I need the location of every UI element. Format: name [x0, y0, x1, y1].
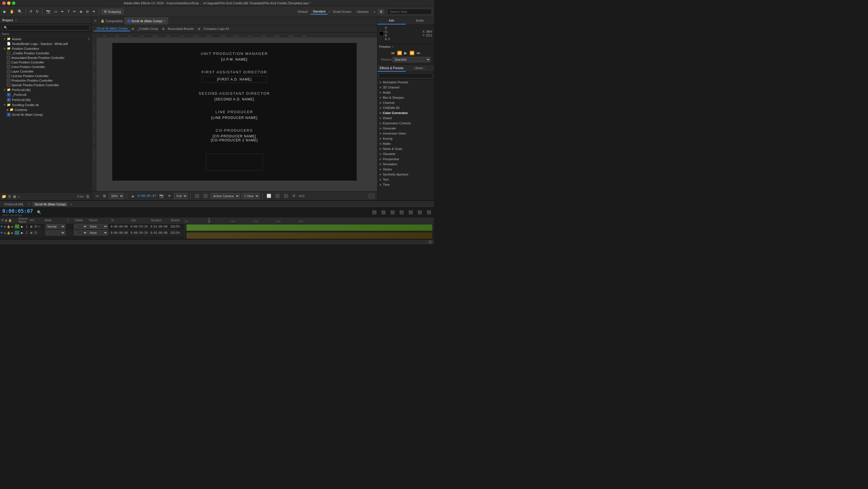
view-select[interactable]: 1 View: [242, 193, 259, 199]
tree-item-scroll4k-main[interactable]: C Scroll 4k (Main Comp): [0, 112, 91, 117]
search-help-input[interactable]: [388, 9, 432, 15]
tl-icon-btn2[interactable]: ⬛: [380, 210, 386, 215]
skip-to-start-btn[interactable]: ⏮: [390, 50, 395, 56]
tree-item-prescroll-comp[interactable]: C _PreScroll: [0, 92, 91, 97]
eff-matte[interactable]: ▶ Matte: [377, 141, 434, 146]
tl-icon-btn5[interactable]: ⬛: [408, 210, 413, 215]
workspace-standard[interactable]: Standard: [310, 9, 328, 15]
forward-arrow[interactable]: ◀: [161, 26, 164, 31]
libraries-tab[interactable]: Librari...: [406, 65, 434, 72]
eff-distort[interactable]: ▶ Distort: [377, 115, 434, 121]
tree-item-production-pos[interactable]: Production Position Controller: [0, 78, 91, 83]
eff-color-correction[interactable]: ▶ Color Correction: [377, 110, 434, 115]
viewer-exposure-btn[interactable]: ☀: [166, 193, 172, 199]
layer2-switch-1[interactable]: ⬛: [34, 231, 37, 234]
snapping-toggle[interactable]: ⊞ Snapping: [101, 9, 124, 14]
eff-perspective[interactable]: ▶ Perspective: [377, 156, 434, 162]
tree-item-credits-pos-ctrl[interactable]: _Credits Position Controller: [0, 51, 91, 55]
comp-close-icon[interactable]: ✕: [92, 17, 99, 25]
minimize-button[interactable]: [7, 1, 10, 5]
audio-tab[interactable]: Audio: [406, 17, 434, 25]
tl-icon-btn3[interactable]: ⬛: [390, 210, 395, 215]
project-menu-icon[interactable]: ≡: [15, 19, 17, 22]
effects-search-input[interactable]: [379, 73, 433, 78]
tree-item-studiobinder-logo[interactable]: 📄 StudioBinder Logo - Stacked - White.pd…: [0, 41, 91, 46]
new-comp-btn[interactable]: ⊞: [8, 194, 11, 199]
eff-channel[interactable]: ▶ Channel: [377, 100, 434, 105]
viewer-tab-credits[interactable]: _Credits Comp: [134, 26, 161, 31]
timeline-tab-prescroll[interactable]: PreScroll [4k]: [2, 202, 25, 206]
eff-stylize[interactable]: ▶ Stylize: [377, 167, 434, 172]
eff-animation-presets[interactable]: ▶ Animation Presets: [377, 80, 434, 85]
back-arrow[interactable]: ◀: [131, 26, 134, 31]
project-search-input[interactable]: [2, 25, 90, 30]
tree-item-position-controllers[interactable]: ▼ 📁 Position Controllers: [0, 46, 91, 51]
tree-item-scrolling-credits[interactable]: ▼ 📁 Scrolling Credits 4k: [0, 103, 91, 107]
timecode-display[interactable]: 0:00:05:07: [2, 208, 33, 214]
workspace-libraries[interactable]: Libraries: [354, 9, 371, 14]
search-btn[interactable]: ⌕: [18, 194, 20, 199]
layer1-fx-switch[interactable]: ƒx: [38, 225, 41, 228]
viewer-output-btn[interactable]: ⬜: [266, 193, 272, 199]
viewer-snapshot-btn[interactable]: 📷: [158, 193, 165, 199]
tl-layer-row-1[interactable]: 👁 ◉ 🔒 ▶ ▶ 1 ⊞ Layer Controller ⬛ ƒx Norm…: [0, 224, 184, 230]
eff-expression-controls[interactable]: ▶ Expression Controls: [377, 121, 434, 126]
layer1-solo[interactable]: ◉: [3, 225, 7, 228]
tree-item-layer-ctrl[interactable]: Layer Controller: [0, 69, 91, 74]
tl-track-bar-1[interactable]: [186, 225, 432, 231]
eff-immersive-video[interactable]: ▶ Immersive Video: [377, 131, 434, 136]
viewer-fast-next-btn[interactable]: ⬛: [202, 193, 209, 199]
new-folder-btn[interactable]: 📁: [2, 194, 6, 199]
puppet-tool[interactable]: ✦: [91, 9, 97, 14]
layer1-mode-select[interactable]: Normal: [45, 224, 65, 229]
workspace-default[interactable]: Default: [295, 9, 310, 14]
layer1-trkmat-select[interactable]: -: [74, 224, 88, 229]
comp-tab-scroll4k[interactable]: Scroll 4k (Main Comp) ≡: [124, 17, 168, 25]
eff-generate[interactable]: ▶ Generate: [377, 126, 434, 131]
viewer-tab-brands[interactable]: Associated Brands: [165, 26, 197, 31]
rect-tool[interactable]: ▭: [53, 9, 59, 14]
tree-item-associated-brands-pos[interactable]: Associated Brands Positioin Controller: [0, 55, 91, 60]
eff-noise-grain[interactable]: ▶ Noise & Grain: [377, 146, 434, 151]
info-tab[interactable]: Info: [377, 17, 406, 25]
layer2-trkmat-select[interactable]: -: [74, 230, 88, 235]
redo-tool[interactable]: ↻: [35, 9, 40, 14]
tab-scroll4k-close[interactable]: ≡: [163, 19, 165, 23]
clone-tool[interactable]: ◈: [79, 9, 84, 14]
eraser-tool[interactable]: ⊘: [85, 9, 90, 14]
viewer-pixel-btn[interactable]: ⬛: [274, 193, 281, 199]
viewer-grid-btn[interactable]: ⊞: [102, 193, 107, 199]
tree-item-special-thanks-pos[interactable]: Special Thanks Position Controller: [0, 83, 91, 87]
layer1-switch-1[interactable]: ⬛: [34, 225, 37, 228]
eff-keying[interactable]: ▶ Keying: [377, 136, 434, 141]
viewer-checkerboard-btn[interactable]: ⬛: [282, 193, 289, 199]
viewer-tab-scroll4k[interactable]: Scroll 4k (Main Comp): [94, 26, 130, 31]
tl-icon-btn1[interactable]: ⬛: [371, 210, 377, 215]
layer1-visibility[interactable]: 👁: [0, 225, 3, 228]
tl-search-btn[interactable]: 🔍: [36, 210, 42, 215]
maximize-button[interactable]: [12, 1, 16, 5]
viewer-expand-btn[interactable]: [369, 194, 374, 198]
tree-item-prescroll4k[interactable]: C PreScroll [4k]: [0, 97, 91, 103]
text-tool[interactable]: T: [66, 9, 71, 14]
layer2-parent-select[interactable]: None: [88, 230, 108, 235]
trash-btn[interactable]: 🗑: [86, 194, 90, 199]
step-back-btn[interactable]: ⏪: [397, 50, 402, 56]
layer2-solo[interactable]: ◉: [3, 231, 7, 234]
viewer-time-btn[interactable]: ▲: [130, 193, 136, 199]
viewer-tab-logo[interactable]: Company Logo 04: [200, 26, 232, 31]
new-solid-btn[interactable]: ▣: [13, 194, 16, 199]
close-button[interactable]: [2, 1, 6, 5]
tl-icon-btn4[interactable]: ⬛: [399, 210, 404, 215]
viewer-fast-prev-btn[interactable]: ⬛: [193, 193, 200, 199]
tl-layer-row-2[interactable]: 👁 ◉ 🔒 ▶ ▶ 2 ⊞ _Credits Comp ⬛ - - -: [0, 230, 184, 236]
layer2-collapse[interactable]: ▶: [10, 231, 15, 234]
tree-item-crew-pos-ctrl[interactable]: Crew Position Controller: [0, 64, 91, 69]
layer1-lock[interactable]: 🔒: [7, 225, 10, 228]
zoom-select[interactable]: 50%: [109, 193, 124, 199]
eff-3d-channel[interactable]: ▶ 3D Channel: [377, 85, 434, 90]
eff-simulation[interactable]: ▶ Simulation: [377, 162, 434, 167]
play-btn[interactable]: ▶: [404, 50, 408, 56]
layer1-parent-select[interactable]: None: [88, 224, 108, 229]
tree-item-contents[interactable]: ▶ 📁 Contents: [0, 107, 91, 112]
